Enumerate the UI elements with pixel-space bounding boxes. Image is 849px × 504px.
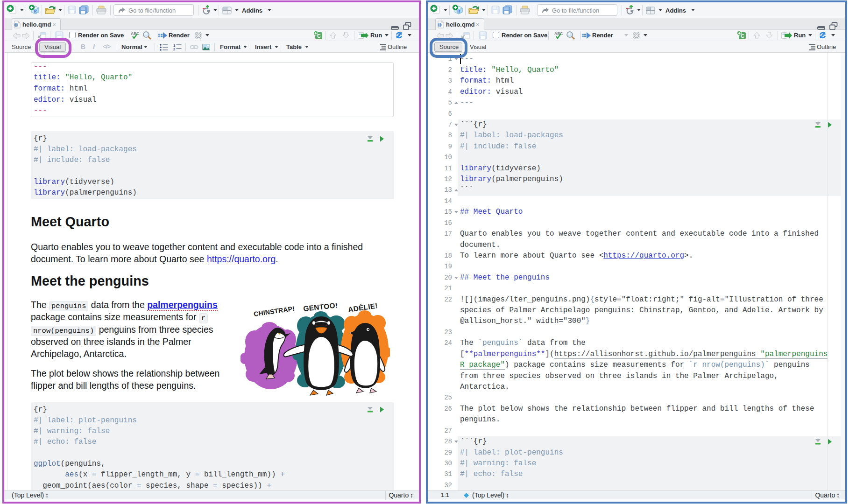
svg-text:ABC: ABC	[131, 31, 139, 36]
svg-text:2: 2	[173, 47, 175, 51]
svg-text:GENTOO!: GENTOO!	[303, 303, 339, 313]
svg-text:R: R	[457, 9, 460, 14]
svg-text:R: R	[34, 9, 37, 14]
svg-text:CHINSTRAP!: CHINSTRAP!	[253, 305, 295, 318]
svg-text:ABC: ABC	[554, 31, 563, 36]
